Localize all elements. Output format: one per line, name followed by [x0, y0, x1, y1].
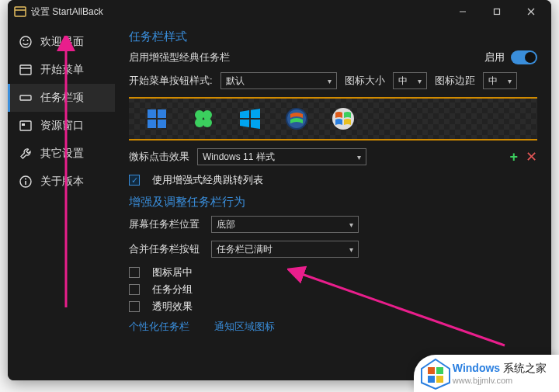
center-icons-checkbox[interactable]	[129, 267, 140, 278]
titlebar: 设置 StartAllBack	[8, 0, 551, 23]
explorer-icon	[19, 119, 33, 133]
enable-classic-taskbar-label: 启用增强型经典任务栏	[129, 50, 230, 64]
click-effect-label: 微标点击效果	[129, 150, 189, 164]
icon-size-label: 图标大小	[345, 74, 385, 88]
svg-rect-9	[20, 65, 31, 75]
sidebar-item-label: 开始菜单	[40, 63, 84, 77]
svg-rect-36	[436, 367, 443, 374]
svg-rect-35	[428, 367, 435, 374]
svg-rect-38	[436, 376, 443, 383]
group-tasks-label: 任务分组	[152, 283, 193, 297]
window-title: 设置 StartAllBack	[31, 5, 103, 19]
icon-margin-label: 图标边距	[435, 74, 475, 88]
sidebar-item-explorer[interactable]: 资源窗口	[8, 112, 115, 140]
start-button-style-select[interactable]: 默认 ▾	[220, 72, 337, 89]
section-title-behavior: 增强及调整任务栏行为	[129, 195, 537, 210]
window-icon	[19, 63, 33, 77]
taskbar-preview	[129, 97, 537, 140]
svg-marker-27	[240, 120, 249, 127]
start-button-style-label: 开始菜单按钮样式:	[129, 74, 213, 88]
sidebar-item-about[interactable]: 关于版本	[8, 168, 115, 196]
svg-rect-20	[158, 120, 166, 128]
svg-rect-0	[15, 7, 26, 16]
sidebar: 欢迎界面 开始菜单 任务栏项 资源窗口	[8, 23, 115, 380]
chevron-down-icon: ▾	[357, 153, 361, 161]
sidebar-item-label: 关于版本	[40, 175, 84, 189]
svg-point-24	[203, 118, 212, 127]
personalize-taskbar-link[interactable]: 个性化任务栏	[129, 320, 189, 334]
sidebar-item-startmenu[interactable]: 开始菜单	[8, 56, 115, 84]
taskbar-position-label: 屏幕任务栏位置	[129, 217, 203, 231]
main-panel: 任务栏样式 启用增强型经典任务栏 启用 开始菜单按钮样式: 默认 ▾ 图标大小 …	[115, 23, 551, 380]
sidebar-item-label: 欢迎界面	[40, 35, 84, 49]
maximize-button[interactable]	[480, 0, 514, 23]
brand-title: Windows 系统之家	[453, 362, 547, 376]
chevron-down-icon: ▾	[349, 220, 353, 229]
sidebar-item-taskbar[interactable]: 任务栏项	[8, 84, 115, 112]
chevron-down-icon: ▾	[508, 77, 512, 85]
jump-list-checkbox[interactable]	[129, 175, 140, 186]
svg-rect-37	[428, 376, 435, 383]
app-window: 设置 StartAllBack 欢迎界面 开始菜单	[8, 0, 551, 380]
svg-point-31	[332, 108, 354, 130]
svg-point-15	[25, 179, 26, 180]
section-title-style: 任务栏样式	[129, 29, 537, 44]
svg-point-7	[23, 40, 25, 41]
wrench-icon	[19, 147, 33, 161]
sidebar-item-welcome[interactable]: 欢迎界面	[8, 28, 115, 56]
brand-logo-icon	[418, 356, 453, 390]
remove-button[interactable]: ✕	[526, 148, 537, 165]
sidebar-item-label: 任务栏项	[40, 91, 84, 105]
svg-marker-25	[240, 110, 249, 118]
close-button[interactable]	[514, 0, 548, 23]
sidebar-item-label: 资源窗口	[40, 119, 84, 133]
smile-icon	[19, 35, 33, 49]
svg-rect-3	[495, 9, 500, 15]
notification-area-link[interactable]: 通知区域图标	[214, 320, 275, 334]
center-icons-label: 图标居中	[152, 265, 193, 279]
taskbar-icon	[19, 91, 33, 105]
svg-rect-18	[158, 109, 166, 118]
svg-point-6	[20, 36, 31, 47]
combine-buttons-label: 合并任务栏按钮	[129, 242, 203, 256]
brand-url: www.bjjmlv.com	[453, 376, 547, 385]
win7-orb-icon[interactable]	[284, 106, 309, 131]
svg-rect-17	[148, 109, 156, 118]
svg-rect-19	[148, 120, 156, 128]
svg-marker-26	[251, 109, 260, 118]
winxp-orb-icon[interactable]	[331, 106, 356, 131]
svg-marker-34	[422, 359, 450, 389]
chevron-down-icon: ▾	[418, 77, 422, 85]
transparency-checkbox[interactable]	[129, 301, 140, 312]
taskbar-position-select[interactable]: 底部 ▾	[211, 216, 359, 233]
info-icon	[19, 175, 33, 189]
app-icon	[14, 5, 26, 18]
sidebar-item-other[interactable]: 其它设置	[8, 140, 115, 168]
enable-switch-text: 启用	[484, 50, 505, 64]
win10-start-icon[interactable]	[238, 106, 262, 131]
icon-margin-select[interactable]: 中 ▾	[483, 72, 517, 89]
svg-marker-28	[251, 120, 260, 129]
click-effect-select[interactable]: Windows 11 样式 ▾	[197, 148, 366, 165]
clover-start-icon[interactable]	[191, 106, 216, 131]
enable-classic-taskbar-toggle[interactable]	[511, 50, 537, 64]
svg-point-8	[27, 40, 29, 41]
svg-rect-13	[22, 123, 25, 126]
chevron-down-icon: ▾	[328, 77, 332, 85]
minimize-button[interactable]	[446, 0, 480, 23]
group-tasks-checkbox[interactable]	[129, 284, 140, 295]
svg-rect-11	[20, 95, 31, 100]
transparency-label: 透明效果	[152, 300, 193, 314]
icon-size-select[interactable]: 中 ▾	[393, 72, 427, 89]
combine-buttons-select[interactable]: 任务栏已满时 ▾	[211, 241, 359, 258]
jump-list-label: 使用增强式经典跳转列表	[152, 173, 263, 187]
add-button[interactable]: +	[509, 149, 518, 165]
win11-start-icon[interactable]	[144, 106, 169, 131]
watermark-brand: Windows 系统之家 www.bjjmlv.com	[414, 355, 559, 392]
sidebar-item-label: 其它设置	[40, 147, 84, 161]
chevron-down-icon: ▾	[349, 245, 353, 254]
